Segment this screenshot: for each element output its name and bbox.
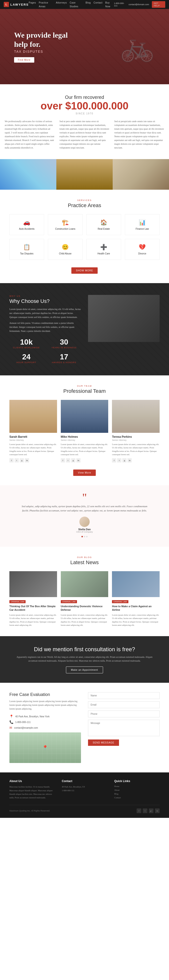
nav-link-pages[interactable]: Pages — [28, 2, 36, 4]
team-name-mike: Mike Holmes — [61, 435, 109, 439]
news-headline-3[interactable]: How to Make a Claim Against an Airline — [112, 605, 160, 612]
contact-address: 📍 40 Park Ave, Brooklyn, New York — [9, 714, 81, 718]
practice-badge: SERVICES — [9, 199, 160, 202]
nav-link-practice[interactable]: Practice Areas — [39, 2, 48, 8]
child-icon: 😊 — [51, 244, 80, 250]
practice-item-finance[interactable]: 📊 Finance Law — [125, 214, 160, 235]
message-field[interactable] — [88, 720, 160, 737]
nav-cta-button[interactable]: GET HELP — [152, 1, 165, 8]
recovered-title: Our firm recovered — [5, 95, 164, 100]
news-section: OUR BLOG Latest News CRIMINAL LAW Thinki… — [0, 547, 169, 636]
footer-link-about[interactable]: About — [114, 789, 120, 791]
why-text-1: Lorem ipsum dolor sit amet, consectetur … — [9, 307, 81, 319]
recovered-text-area: We professionally advocates for victims … — [5, 119, 164, 150]
sarah-google-icon[interactable]: g — [20, 458, 24, 463]
footer-links-list: Home About Blog Contact — [114, 785, 160, 799]
teresa-twitter-icon[interactable]: t — [117, 458, 122, 463]
phone-field[interactable] — [88, 711, 160, 718]
stat-awards-label: AWARDS & HONORS — [47, 361, 81, 364]
appointment-button[interactable]: Make an Appointment — [66, 667, 103, 673]
footer-link-contact[interactable]: Contact — [114, 796, 121, 799]
news-headline-2[interactable]: Understanding Domestic Violence Defense — [61, 605, 109, 612]
nav-link-casestudies[interactable]: Case Studies — [70, 2, 78, 8]
nav-link-buynow[interactable]: Buy Now — [106, 2, 111, 8]
footer-facebook-icon[interactable]: f — [137, 808, 141, 813]
team-role-mike: Senior Attorney — [61, 439, 109, 441]
news-tag-3: CRIMINAL LAW — [112, 600, 128, 603]
practice-item-health[interactable]: ➕ Health Care — [86, 239, 121, 260]
hero-content: We provide legal help for. TAX DISPUTES … — [14, 30, 68, 63]
footer-contact-title: Contact — [62, 780, 107, 783]
sarah-facebook-icon[interactable]: f — [9, 458, 14, 463]
contact-phone: 📞 1-800-000-111 — [9, 720, 81, 724]
sarah-twitter-icon[interactable]: t — [14, 458, 19, 463]
footer-twitter-icon[interactable]: t — [143, 808, 147, 813]
team-photo-teresa — [112, 400, 160, 433]
why-badge: WHY US — [9, 295, 81, 297]
stat-awards-number: 17 — [47, 353, 81, 361]
footer-link-blog[interactable]: Blog — [114, 793, 118, 795]
news-image-1 — [9, 571, 57, 597]
show-more-button[interactable]: SHOW MORE — [71, 267, 98, 274]
news-image-2 — [61, 571, 109, 597]
phone-input[interactable] — [88, 711, 160, 718]
dot-3[interactable] — [86, 536, 88, 537]
nav-link-blog[interactable]: Blog — [86, 2, 91, 4]
dot-2[interactable] — [84, 536, 85, 537]
news-headline-1[interactable]: Thinking Out Of The Box After Simple Car… — [9, 605, 57, 612]
stat-support: 24 HOUR SUPPORT — [9, 353, 43, 364]
case-eval-section: Free Case Evaluation Lorem ipsum adipisc… — [0, 683, 169, 772]
teresa-google-icon[interactable]: g — [122, 458, 126, 463]
view-more-button[interactable]: View More — [73, 469, 96, 476]
email-field[interactable] — [88, 702, 160, 708]
practice-item-construction[interactable]: 🏗️ Construction Loans — [48, 214, 83, 235]
stat-clients: 10k CLIENTS WORLDWIDE — [9, 338, 43, 349]
testimonial-text: Sed adspisc, adip adipiscing nulla, ayrt… — [19, 504, 150, 513]
submit-button[interactable]: SEND MESSAGE — [88, 740, 119, 746]
contact-info: 📍 40 Park Ave, Brooklyn, New York 📞 1-80… — [9, 714, 81, 730]
divorce-label: Divorce — [128, 252, 157, 255]
team-card-teresa: Teresa Perkins Senior Attorney Lorem ips… — [112, 400, 160, 463]
footer-linkedin-icon[interactable]: in — [155, 808, 160, 813]
nav-link-attorneys[interactable]: Attorneys — [56, 2, 67, 4]
news-text-2: Lorem ipsum dolor sit amet, consectetur … — [61, 613, 109, 627]
contact-email: ✉ contact@example.com — [9, 726, 81, 730]
practice-item-divorce[interactable]: 💔 Divorce — [125, 239, 160, 260]
sarah-linkedin-icon[interactable]: in — [25, 458, 29, 463]
team-bio-teresa: Lorem ipsum dolor sit amet, consectetur … — [112, 443, 160, 457]
footer-google-icon[interactable]: g+ — [149, 808, 153, 813]
team-card-sarah: Sarah Barrett Senior Attorney Lorem ipsu… — [9, 400, 57, 463]
health-label: Health Care — [89, 252, 118, 255]
practice-section: SERVICES Practice Areas 🚗 Auto Accidents… — [0, 190, 169, 283]
mike-google-icon[interactable]: g — [71, 458, 75, 463]
name-input[interactable] — [88, 692, 160, 699]
dot-1[interactable] — [81, 536, 83, 537]
free-consult-text: Apparently engineers run in our World. A… — [14, 655, 155, 663]
footer-about-title: About Us — [9, 780, 55, 783]
practice-item-tax[interactable]: 📋 Tax Disputes — [9, 239, 44, 260]
footer-about-text: Maecenas facilisis facilisis. Ut in mass… — [9, 785, 55, 800]
practice-item-realestate[interactable]: 🏠 Real Estate — [86, 214, 121, 235]
teresa-facebook-icon[interactable]: f — [112, 458, 116, 463]
practice-item-auto[interactable]: 🚗 Auto Accidents — [9, 214, 44, 235]
mike-facebook-icon[interactable]: f — [61, 458, 65, 463]
name-field[interactable] — [88, 692, 160, 699]
footer-contact: Contact 40 Park Ave, Brooklyn, US 1-800-… — [62, 780, 107, 800]
mike-twitter-icon[interactable]: t — [66, 458, 70, 463]
case-eval-text: Lorem ipsum adipiscing lorem ipsum adipi… — [9, 700, 81, 711]
phone-text: 1-800-000-111 — [15, 721, 31, 724]
hero-cta-button[interactable]: Find More — [14, 57, 34, 63]
practice-item-child[interactable]: 😊 Child Abuse — [48, 239, 83, 260]
free-consult-title: Did we mention first consultation is fre… — [14, 646, 155, 653]
mike-linkedin-icon[interactable]: in — [76, 458, 81, 463]
news-card-3: CRIMINAL LAW How to Make a Claim Against… — [112, 571, 160, 627]
footer-quick-links: Quick Links Home About Blog Contact — [114, 780, 160, 800]
message-input[interactable] — [88, 720, 160, 736]
footer-bottom: Maximum Quoting Inc. All Rights Reserved… — [9, 805, 160, 813]
teresa-linkedin-icon[interactable]: in — [128, 458, 132, 463]
footer-link-home[interactable]: Home — [114, 785, 120, 788]
news-grid: CRIMINAL LAW Thinking Out Of The Box Aft… — [9, 571, 160, 627]
nav-link-contact[interactable]: Contact — [94, 2, 103, 4]
email-input[interactable] — [88, 702, 160, 708]
nav-menu: Pages Practice Areas Attorneys Case Stud… — [28, 1, 114, 8]
